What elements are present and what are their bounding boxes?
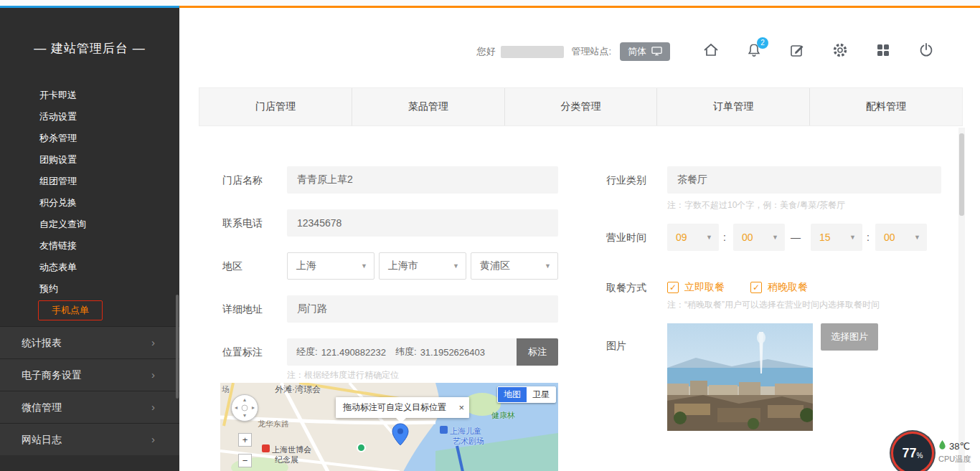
- district-select[interactable]: 黄浦区 ▼: [471, 252, 558, 280]
- sidebar-item-team[interactable]: 组团管理: [0, 171, 179, 192]
- pan-left-icon[interactable]: ◂: [235, 405, 237, 411]
- tab-ingredient-management[interactable]: 配料管理: [810, 88, 962, 125]
- logout-button[interactable]: [917, 42, 936, 61]
- close-hour-select[interactable]: 15 ▼: [811, 224, 862, 251]
- sidebar-item-label: 自定义查询: [39, 219, 86, 229]
- latitude-value: 31.1952626403: [420, 347, 485, 358]
- sidebar-item-mobile-order[interactable]: 手机点单: [0, 300, 179, 321]
- app-logo: — 建站管理后台 —: [0, 8, 179, 88]
- map-widget[interactable]: 场 外滩·湾璟会 龙华东路 上海世博会 纪念展 上海儿童 艺术剧场 健康林 拖动…: [220, 383, 558, 471]
- tab-label: 配料管理: [866, 100, 906, 113]
- chevron-right-icon: ›: [151, 327, 155, 358]
- tab-order-management[interactable]: 订单管理: [657, 88, 810, 125]
- province-select[interactable]: 上海 ▼: [287, 252, 374, 280]
- map-label-road: 龙华东路: [258, 419, 289, 429]
- time-dash: —: [791, 224, 801, 251]
- map-pan-control[interactable]: ▴ ▾ ◂ ▸: [231, 394, 258, 422]
- map-view-button[interactable]: 地图: [498, 387, 527, 402]
- store-name-input[interactable]: [287, 166, 558, 194]
- pickup-option-immediate[interactable]: ✓ 立即取餐: [667, 281, 725, 294]
- address-input[interactable]: [287, 295, 558, 323]
- map-marker-pin[interactable]: [392, 423, 409, 449]
- sidebar-item-points[interactable]: 积分兑换: [0, 192, 179, 214]
- map-zoom-control: + −: [238, 433, 252, 467]
- sidebar-item-custom-query[interactable]: 自定义查询: [0, 214, 179, 235]
- zoom-in-button[interactable]: +: [238, 433, 252, 447]
- tab-label: 分类管理: [560, 100, 600, 113]
- edit-button[interactable]: [788, 42, 806, 61]
- content-scrollbar-thumb[interactable]: [959, 133, 964, 216]
- tab-dish-management[interactable]: 菜品管理: [352, 88, 505, 125]
- district-value: 黄浦区: [480, 260, 510, 272]
- sidebar-section-site-log[interactable]: 网站日志 ›: [0, 423, 179, 455]
- sidebar-item-label: 秒杀管理: [39, 133, 77, 143]
- pan-center-dot[interactable]: [242, 405, 248, 411]
- satellite-view-button[interactable]: 卫星: [527, 387, 555, 402]
- greeting-text: 您好: [476, 45, 495, 58]
- open-minute-select[interactable]: 00 ▼: [733, 224, 785, 251]
- top-header: 您好 管理站点: 简体 2: [179, 39, 980, 64]
- store-photo: [667, 323, 813, 431]
- sidebar-item-activity[interactable]: 活动设置: [0, 106, 179, 128]
- time-colon: :: [723, 224, 726, 251]
- droplet-icon: [938, 439, 946, 452]
- sidebar-scrollbar[interactable]: [176, 295, 179, 399]
- address-label: 详细地址: [222, 295, 263, 323]
- location-label: 位置标注: [222, 338, 263, 366]
- home-button[interactable]: [702, 42, 720, 61]
- sidebar-item-label: 活动设置: [39, 111, 77, 122]
- sidebar-item-booking[interactable]: 预约: [0, 278, 179, 300]
- pan-right-icon[interactable]: ▸: [252, 405, 255, 411]
- sidebar: 开卡即送 活动设置 秒杀管理 团购设置 组团管理 积分兑换 自定义查询 友情链接…: [0, 8, 179, 471]
- region-label: 地区: [222, 252, 242, 280]
- close-icon[interactable]: ×: [458, 397, 464, 418]
- settings-button[interactable]: [831, 42, 849, 61]
- grid-icon: [875, 42, 892, 62]
- phone-input[interactable]: [287, 209, 558, 237]
- home-icon: [702, 42, 720, 62]
- section-label: 电子商务设置: [22, 369, 82, 381]
- language-button[interactable]: 简体: [620, 42, 670, 61]
- notifications-button[interactable]: 2: [745, 42, 763, 61]
- industry-note: 注：字数不超过10个字，例：美食/粤菜/茶餐厅: [667, 199, 845, 211]
- tab-store-management[interactable]: 门店管理: [199, 88, 352, 125]
- map-label-bund: 外滩·湾璟会: [275, 384, 321, 396]
- chevron-right-icon: ›: [151, 424, 155, 455]
- zoom-out-button[interactable]: −: [238, 454, 252, 467]
- sidebar-item-label-active: 手机点单: [38, 300, 103, 320]
- image-label: 图片: [606, 332, 626, 359]
- sidebar-item-seckill[interactable]: 秒杀管理: [0, 128, 179, 149]
- sidebar-section-wechat[interactable]: 微信管理 ›: [0, 391, 179, 423]
- monitor-icon: [651, 46, 662, 58]
- apps-button[interactable]: [874, 42, 892, 61]
- map-tooltip-text: 拖动标注可自定义目标位置: [343, 402, 446, 412]
- mark-location-button[interactable]: 标注: [517, 338, 558, 366]
- industry-input[interactable]: [667, 166, 941, 194]
- city-select[interactable]: 上海市 ▼: [379, 252, 466, 280]
- edit-icon: [788, 42, 806, 62]
- content-scrollbar-track[interactable]: [958, 128, 965, 471]
- site-label: 管理站点:: [571, 45, 611, 58]
- sidebar-item-groupbuy[interactable]: 团购设置: [0, 149, 179, 171]
- industry-label: 行业类别: [606, 166, 646, 194]
- pickup-note: 注：“稍晚取餐”用户可以选择在营业时间内选择取餐时间: [667, 299, 880, 311]
- pan-up-icon[interactable]: ▴: [243, 397, 246, 403]
- cpu-temperature-value: 38℃: [949, 441, 970, 452]
- sidebar-section-ecommerce[interactable]: 电子商务设置 ›: [0, 358, 179, 391]
- sidebar-item-links[interactable]: 友情链接: [0, 235, 179, 257]
- open-hour-select[interactable]: 09 ▼: [667, 224, 719, 251]
- sidebar-section-statistics[interactable]: 统计报表 ›: [0, 326, 179, 358]
- chevron-down-icon: ▼: [706, 234, 712, 241]
- close-minute-select[interactable]: 00 ▼: [875, 224, 927, 251]
- chevron-right-icon: ›: [151, 359, 155, 391]
- pan-down-icon[interactable]: ▾: [243, 413, 246, 419]
- map-label-expo: 上海世博会: [272, 444, 311, 455]
- sidebar-item-dynamic-form[interactable]: 动态表单: [0, 257, 179, 278]
- choose-image-button[interactable]: 选择图片: [821, 323, 878, 351]
- tab-category-management[interactable]: 分类管理: [505, 88, 658, 125]
- checkbox-checked-icon[interactable]: ✓: [667, 282, 679, 293]
- pickup-option-later[interactable]: ✓ 稍晚取餐: [750, 281, 808, 294]
- sidebar-item-label: 组团管理: [39, 176, 77, 186]
- checkbox-checked-icon[interactable]: ✓: [750, 282, 762, 293]
- chevron-down-icon: ▼: [453, 262, 459, 270]
